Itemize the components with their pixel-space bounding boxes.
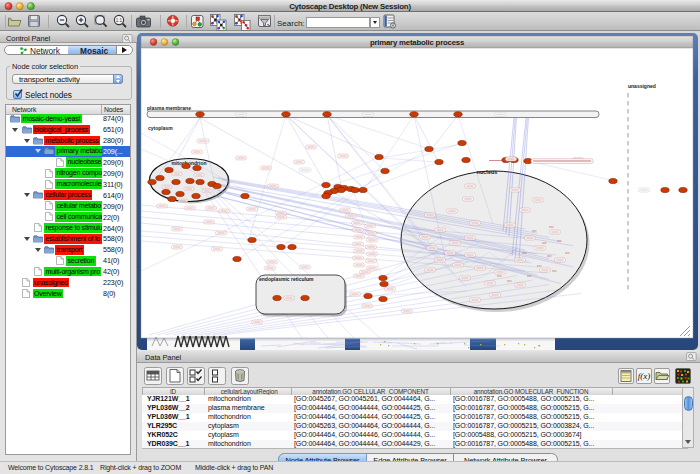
svg-text:plasma membrane: plasma membrane [147,105,191,111]
svg-text:Search:: Search: [277,19,305,28]
svg-text:primary metabolic process: primary metabolic process [370,38,465,47]
svg-text:nucleus: nucleus [477,169,498,175]
svg-text:endoplasmic reticulum: endoplasmic reticulum [259,276,314,282]
svg-text:f(x): f(x) [638,371,651,381]
svg-text:1:1: 1:1 [116,18,123,23]
svg-text:unassigned: unassigned [628,83,656,89]
svg-text:cytoplasm: cytoplasm [148,125,173,131]
